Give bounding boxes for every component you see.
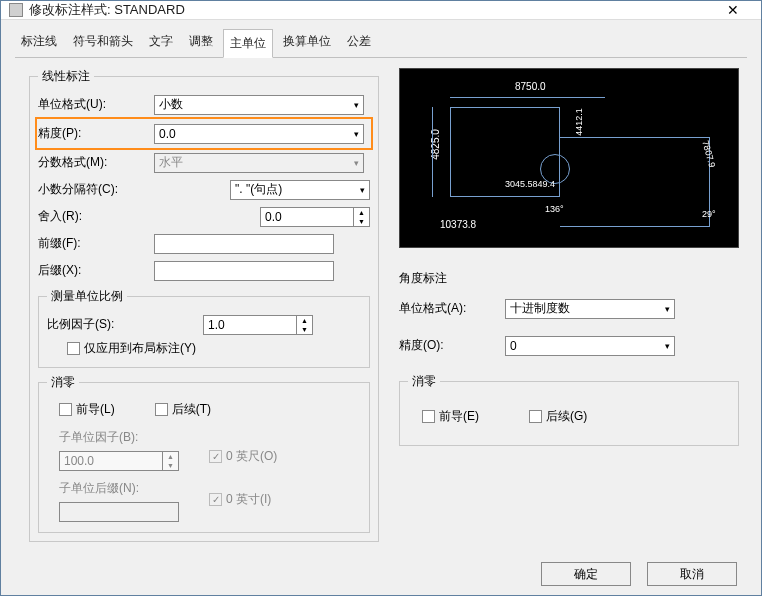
feet-label: 0 英尺(O) <box>226 448 277 465</box>
preview-dim-top: 8750.0 <box>515 81 546 92</box>
left-column: 线性标注 单位格式(U): 小数 ▾ 精度(P): 0.0 ▾ 分 <box>29 68 379 542</box>
chevron-down-icon: ▾ <box>665 341 670 351</box>
unit-format-dropdown[interactable]: 小数 ▾ <box>154 95 364 115</box>
tab-tolerance[interactable]: 公差 <box>341 28 377 57</box>
prefix-label: 前缀(F): <box>38 235 148 252</box>
inches-checkbox: ✓ <box>209 493 222 506</box>
scale-factor-label: 比例因子(S): <box>47 316 197 333</box>
sub-factor-label: 子单位因子(B): <box>59 429 149 446</box>
tab-strip: 标注线 符号和箭头 文字 调整 主单位 换算单位 公差 <box>1 20 761 57</box>
linear-dimensions-group: 线性标注 单位格式(U): 小数 ▾ 精度(P): 0.0 ▾ 分 <box>29 68 379 542</box>
spinner-down-icon[interactable]: ▼ <box>354 217 369 226</box>
layout-only-label: 仅应用到布局标注(Y) <box>84 340 196 357</box>
fraction-format-dropdown: 水平 ▾ <box>154 153 364 173</box>
preview-dim-center: 3045.5849.4 <box>505 179 555 189</box>
spinner-up-icon[interactable]: ▲ <box>297 316 312 325</box>
zero-legend: 消零 <box>47 374 79 391</box>
tab-content: 线性标注 单位格式(U): 小数 ▾ 精度(P): 0.0 ▾ 分 <box>15 57 747 552</box>
scale-legend: 测量单位比例 <box>47 288 127 305</box>
angle-precision-dropdown[interactable]: 0 ▾ <box>505 336 675 356</box>
scale-factor-spinner[interactable]: 1.0 ▲▼ <box>203 315 313 335</box>
scale-group: 测量单位比例 比例因子(S): 1.0 ▲▼ 仅应用到布局标注(Y) <box>38 288 370 368</box>
trailing-label: 后续(T) <box>172 401 211 418</box>
angle-precision-value: 0 <box>510 339 517 353</box>
chevron-down-icon: ▾ <box>360 185 365 195</box>
angle-unit-value: 十进制度数 <box>510 300 570 317</box>
right-column: 8750.0 4825.0 4412.1 3045.5849.4 10373.8… <box>399 68 739 542</box>
sub-suffix-label: 子单位后缀(N): <box>59 480 149 497</box>
chevron-down-icon: ▾ <box>354 129 359 139</box>
fraction-format-label: 分数格式(M): <box>38 154 148 171</box>
app-icon <box>9 3 23 17</box>
chevron-down-icon: ▾ <box>354 158 359 168</box>
unit-format-label: 单位格式(U): <box>38 96 148 113</box>
fraction-value: 水平 <box>159 154 183 171</box>
angle-zero-legend: 消零 <box>408 373 440 390</box>
tab-symbols[interactable]: 符号和箭头 <box>67 28 139 57</box>
tab-fit[interactable]: 调整 <box>183 28 219 57</box>
precision-dropdown[interactable]: 0.0 ▾ <box>154 124 364 144</box>
decimal-sep-dropdown[interactable]: ". "(句点) ▾ <box>230 180 370 200</box>
prefix-input[interactable] <box>154 234 334 254</box>
angle-leading-checkbox[interactable] <box>422 410 435 423</box>
precision-value: 0.0 <box>159 127 176 141</box>
round-value: 0.0 <box>265 210 282 224</box>
tab-text[interactable]: 文字 <box>143 28 179 57</box>
tab-lines[interactable]: 标注线 <box>15 28 63 57</box>
layout-only-checkbox[interactable] <box>67 342 80 355</box>
feet-checkbox: ✓ <box>209 450 222 463</box>
angle-unit-dropdown[interactable]: 十进制度数 ▾ <box>505 299 675 319</box>
angle-unit-label: 单位格式(A): <box>399 300 499 317</box>
titlebar: 修改标注样式: STANDARD ✕ <box>1 1 761 20</box>
dimension-style-dialog: 修改标注样式: STANDARD ✕ 标注线 符号和箭头 文字 调整 主单位 换… <box>0 0 762 596</box>
chevron-down-icon: ▾ <box>354 100 359 110</box>
decimal-sep-value: ". "(句点) <box>235 181 282 198</box>
leading-label: 前导(L) <box>76 401 115 418</box>
inches-label: 0 英寸(I) <box>226 491 271 508</box>
preview-dim-angle: 136° <box>545 204 564 214</box>
decimal-sep-label: 小数分隔符(C): <box>38 181 148 198</box>
spinner-down-icon[interactable]: ▼ <box>297 325 312 334</box>
angle-precision-label: 精度(O): <box>399 337 499 354</box>
spinner-up-icon[interactable]: ▲ <box>354 208 369 217</box>
preview-dim-bottom: 10373.8 <box>440 219 476 230</box>
dialog-buttons: 确定 取消 <box>1 552 761 596</box>
unit-format-value: 小数 <box>159 96 183 113</box>
angle-section: 角度标注 单位格式(A): 十进制度数 ▾ 精度(O): 0 ▾ <box>399 266 739 446</box>
ok-button[interactable]: 确定 <box>541 562 631 586</box>
linear-legend: 线性标注 <box>38 68 94 85</box>
close-icon[interactable]: ✕ <box>713 2 753 18</box>
angle-zero-group: 消零 前导(E) 后续(G) <box>399 373 739 446</box>
precision-label: 精度(P): <box>38 125 148 142</box>
preview-dim-left2: 4412.1 <box>574 108 584 136</box>
preview-dim-rightang: 29° <box>702 209 716 219</box>
angle-leading-label: 前导(E) <box>439 408 479 425</box>
round-label: 舍入(R): <box>38 208 148 225</box>
window-title: 修改标注样式: STANDARD <box>29 1 713 19</box>
sub-suffix-input <box>59 502 179 522</box>
scale-factor-value: 1.0 <box>208 318 225 332</box>
round-spinner[interactable]: 0.0 ▲▼ <box>260 207 370 227</box>
chevron-down-icon: ▾ <box>665 304 670 314</box>
suffix-input[interactable] <box>154 261 334 281</box>
tab-primary-units[interactable]: 主单位 <box>223 29 273 58</box>
angle-trailing-checkbox[interactable] <box>529 410 542 423</box>
angle-trailing-label: 后续(G) <box>546 408 587 425</box>
suffix-label: 后缀(X): <box>38 262 148 279</box>
preview-pane: 8750.0 4825.0 4412.1 3045.5849.4 10373.8… <box>399 68 739 248</box>
cancel-button[interactable]: 取消 <box>647 562 737 586</box>
sub-factor-spinner: 100.0 ▲▼ <box>59 451 179 471</box>
trailing-checkbox[interactable] <box>155 403 168 416</box>
leading-checkbox[interactable] <box>59 403 72 416</box>
zero-suppress-group: 消零 前导(L) 后续(T) <box>38 374 370 533</box>
tab-alt-units[interactable]: 换算单位 <box>277 28 337 57</box>
angle-legend: 角度标注 <box>399 266 739 295</box>
